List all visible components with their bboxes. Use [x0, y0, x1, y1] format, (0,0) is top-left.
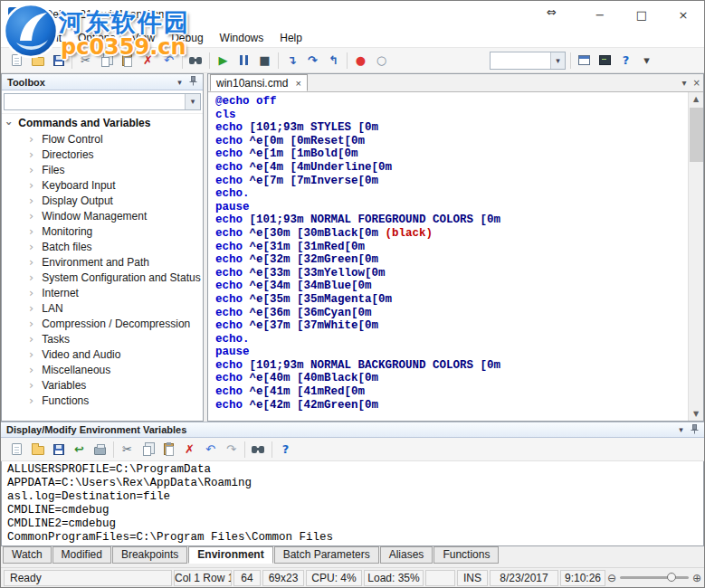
- scrollbar-thumb[interactable]: [690, 108, 703, 162]
- toolbar-separator: [278, 52, 279, 69]
- toolbox-item-keyboard-input[interactable]: ›Keyboard Input: [2, 177, 203, 193]
- tab-breakpoints[interactable]: Breakpoints: [112, 546, 187, 564]
- toolbox-item-batch-files[interactable]: ›Batch files: [2, 239, 203, 254]
- toolbar-separator: [272, 441, 272, 458]
- cut-icon[interactable]: ✂: [117, 440, 138, 460]
- undo-icon[interactable]: ↶: [158, 51, 179, 71]
- cut-icon[interactable]: ✂: [75, 51, 96, 71]
- toolbox-item-compression-decompression[interactable]: ›Compression / Decompression: [2, 316, 203, 331]
- overflow-icon[interactable]: ▾: [636, 51, 657, 71]
- scrollbar-track[interactable]: [689, 106, 703, 407]
- tab-list-chevron-icon[interactable]: ▾: [682, 78, 687, 88]
- toolbox-item-directories[interactable]: ›Directories: [2, 147, 203, 162]
- env-variables-area[interactable]: ALLUSERSPROFILE=C:\ProgramDataAPPDATA=C:…: [1, 461, 704, 546]
- delete-icon[interactable]: ✗: [179, 440, 200, 460]
- code-line: echo [101;93m NORMAL BACKGROUND COLORS […: [215, 359, 688, 373]
- step-into-icon[interactable]: ↴: [281, 51, 302, 71]
- menu-item-edit[interactable]: Edit: [34, 28, 70, 48]
- zoom-out-icon[interactable]: ⊖: [607, 572, 616, 584]
- save-icon[interactable]: [48, 440, 69, 460]
- titlebar[interactable]: CMDebug 21 - win10ansi.cmd ⇔ − □ ×: [1, 1, 704, 28]
- revert-icon[interactable]: ↩: [69, 440, 90, 460]
- minimize-button[interactable]: −: [579, 1, 621, 28]
- editor-tab-win10ansi[interactable]: win10ansi.cmd ×: [210, 74, 308, 91]
- toolbox-item-internet[interactable]: ›Internet: [2, 285, 203, 300]
- paste-shape: [164, 443, 174, 455]
- toolbox-item-tasks[interactable]: ›Tasks: [2, 331, 203, 346]
- chevron-down-icon[interactable]: ▾: [185, 94, 200, 109]
- tab-aliases[interactable]: Aliases: [380, 546, 433, 564]
- chevron-down-icon[interactable]: ▾: [550, 52, 565, 69]
- toolbox-item-environment-and-path[interactable]: ›Environment and Path: [2, 254, 203, 270]
- maximize-button[interactable]: □: [621, 1, 662, 28]
- code-area[interactable]: @echo offclsecho [101;93m STYLES [0mecho…: [208, 92, 688, 421]
- menu-item-help[interactable]: Help: [272, 28, 310, 48]
- paste-icon[interactable]: [117, 51, 138, 71]
- stop-icon[interactable]: ■: [254, 51, 275, 71]
- print-icon[interactable]: [90, 440, 110, 460]
- open-folder-icon[interactable]: [27, 440, 48, 460]
- stop-recording-icon[interactable]: ○: [371, 51, 392, 71]
- tab-modified[interactable]: Modified: [52, 546, 111, 564]
- scroll-up-icon[interactable]: ▲: [693, 92, 699, 106]
- open-folder-icon[interactable]: [27, 51, 48, 71]
- scroll-down-icon[interactable]: ▼: [693, 407, 699, 421]
- toolbox-item-miscellaneous[interactable]: ›Miscellaneous: [2, 362, 203, 377]
- toolbox-item-functions[interactable]: ›Functions: [2, 393, 203, 408]
- menu-item-options[interactable]: Options: [70, 28, 123, 48]
- toolbox-item-display-output[interactable]: ›Display Output: [2, 193, 203, 208]
- toolbox-item-video-and-audio[interactable]: ›Video and Audio: [2, 346, 203, 362]
- close-button[interactable]: ×: [662, 1, 704, 28]
- save-icon[interactable]: [48, 51, 69, 71]
- zoom-slider-thumb[interactable]: [667, 573, 676, 582]
- help-icon[interactable]: ?: [615, 51, 636, 71]
- zoom-slider[interactable]: [620, 576, 689, 579]
- find-icon[interactable]: [186, 51, 206, 71]
- chevron-down-icon[interactable]: ▾: [173, 78, 186, 87]
- new-file-icon[interactable]: [6, 51, 27, 71]
- step-over-icon[interactable]: ↷: [302, 51, 323, 71]
- find-icon[interactable]: [248, 440, 269, 460]
- toolbox-item-flow-control[interactable]: ›Flow Control: [2, 131, 203, 147]
- close-pane-icon[interactable]: ×: [693, 78, 700, 88]
- pin-icon[interactable]: [186, 76, 200, 88]
- copy-icon[interactable]: [96, 51, 117, 71]
- form-window-icon[interactable]: [574, 51, 595, 71]
- undo-icon[interactable]: ↶: [200, 440, 221, 460]
- delete-icon[interactable]: ✗: [138, 51, 158, 71]
- console-output-icon[interactable]: [595, 51, 615, 71]
- paste-icon[interactable]: [158, 440, 179, 460]
- record-icon[interactable]: ●: [350, 51, 371, 71]
- toolbox-item-lan[interactable]: ›LAN: [2, 300, 203, 316]
- toolbox-item-window-management[interactable]: ›Window Management: [2, 208, 203, 223]
- toolbox-item-monitoring[interactable]: ›Monitoring: [2, 223, 203, 239]
- command-combobox[interactable]: ▾: [490, 52, 566, 70]
- pin-icon[interactable]: [688, 424, 701, 436]
- pause-icon[interactable]: [233, 51, 254, 71]
- menu-item-windows[interactable]: Windows: [212, 28, 272, 48]
- help-icon[interactable]: ?: [275, 440, 296, 460]
- editor-scrollbar[interactable]: ▲ ▼: [688, 92, 703, 421]
- zoom-in-icon[interactable]: ⊕: [692, 572, 701, 584]
- tab-batch-parameters[interactable]: Batch Parameters: [274, 546, 379, 564]
- toolbox-item-system-configuration-and-status[interactable]: ›System Configuration and Status: [2, 270, 203, 285]
- tab-environment[interactable]: Environment: [188, 546, 272, 564]
- env-panel-header: Display/Modify Environment Variables ▾: [1, 422, 704, 438]
- close-tab-icon[interactable]: ×: [295, 78, 300, 89]
- menu-item-debug[interactable]: Debug: [163, 28, 211, 48]
- menu-item-file[interactable]: File: [1, 28, 34, 48]
- step-out-icon[interactable]: ↰: [323, 51, 344, 71]
- toolbox-item-variables[interactable]: ›Variables: [2, 377, 203, 393]
- copy-icon[interactable]: [138, 440, 158, 460]
- toolbox-combobox[interactable]: ▾: [4, 93, 201, 110]
- tab-functions[interactable]: Functions: [433, 546, 499, 564]
- toolbox-group-commands-and-variables[interactable]: › Commands and Variables: [2, 115, 203, 131]
- tab-watch[interactable]: Watch: [3, 546, 52, 564]
- redo-icon[interactable]: ↷: [221, 440, 242, 460]
- new-file-icon[interactable]: [6, 440, 27, 460]
- menu-item-view[interactable]: View: [123, 28, 163, 48]
- run-icon[interactable]: ▶: [213, 51, 233, 71]
- env-line: CMDLINE=cmdebug: [7, 504, 698, 517]
- chevron-down-icon[interactable]: ▾: [674, 425, 688, 434]
- toolbox-item-files[interactable]: ›Files: [2, 162, 203, 177]
